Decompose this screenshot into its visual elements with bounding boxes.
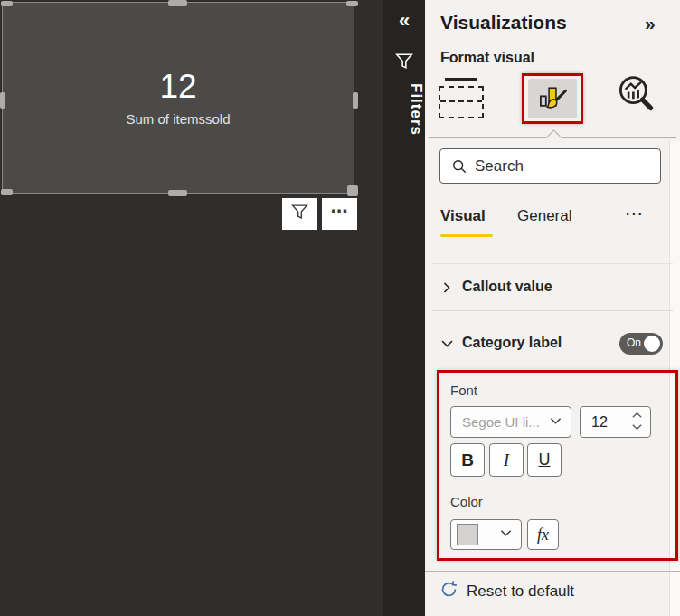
italic-button[interactable]: I — [489, 443, 524, 477]
build-visual-icon-bar — [445, 78, 477, 81]
build-visual-icon[interactable] — [439, 76, 484, 119]
conditional-formatting-fx-button[interactable]: fx — [527, 519, 559, 550]
powerbi-window: 12 Sum of itemssold ⋯ — [0, 0, 680, 616]
resize-handle-top-left[interactable] — [1, 1, 13, 6]
reset-undo-icon — [439, 580, 458, 602]
tabs-more-icon[interactable]: ⋯ — [625, 203, 644, 224]
font-family-value: Segoe UI li... — [462, 414, 549, 430]
tab-visual[interactable]: Visual — [440, 207, 486, 225]
format-search-box — [439, 148, 661, 184]
section-divider — [432, 310, 673, 311]
color-picker-dropdown[interactable] — [450, 519, 522, 550]
color-swatch — [457, 524, 478, 545]
tab-general[interactable]: General — [517, 207, 571, 225]
analytics-icon[interactable] — [617, 74, 655, 114]
ellipsis-icon: ⋯ — [331, 201, 349, 227]
resize-handle-bottom-center[interactable] — [168, 190, 187, 196]
collapse-pane-icon[interactable]: » — [645, 13, 656, 34]
resize-handle-top-center[interactable] — [168, 0, 187, 6]
toggle-state-label: On — [627, 336, 641, 349]
section-callout-value[interactable]: Callout value — [425, 272, 669, 305]
expand-filters-icon[interactable]: « — [383, 9, 425, 33]
search-icon — [451, 158, 468, 175]
underline-button[interactable]: U — [527, 443, 562, 477]
card-visual[interactable]: 12 Sum of itemssold — [2, 2, 354, 194]
funnel-icon — [290, 203, 309, 225]
font-family-dropdown[interactable]: Segoe UI li... — [450, 406, 571, 438]
callout-value: 12 — [159, 69, 196, 106]
active-tab-indicator — [440, 234, 493, 237]
visual-filter-button[interactable] — [282, 198, 317, 230]
resize-handle-mid-right[interactable] — [353, 92, 358, 109]
selected-icon-notch — [545, 129, 562, 146]
footer-divider — [425, 571, 680, 572]
toggle-knob — [644, 336, 660, 352]
category-label-toggle[interactable]: On — [619, 333, 663, 355]
bold-button[interactable]: B — [450, 443, 485, 477]
annotation-red-box-format-icon — [522, 73, 583, 124]
category-label-text: Sum of itemssold — [126, 111, 230, 127]
filters-funnel-icon[interactable] — [394, 52, 414, 75]
filters-pane-collapsed: « Filters — [383, 0, 425, 616]
pane-title: Visualizations — [440, 12, 567, 33]
font-size-field[interactable] — [591, 414, 628, 431]
resize-handle-bottom-right[interactable] — [347, 185, 358, 196]
build-visual-icon-box — [439, 86, 484, 118]
resize-handle-top-right[interactable] — [346, 1, 358, 6]
resize-handle-mid-left[interactable] — [0, 92, 5, 109]
font-group-label: Font — [450, 383, 477, 398]
format-visual-icon[interactable] — [528, 79, 577, 118]
font-size-input — [580, 406, 651, 438]
spinner-down-icon[interactable] — [631, 422, 643, 431]
visual-more-options-button[interactable]: ⋯ — [322, 198, 357, 230]
reset-to-default[interactable]: Reset to default — [439, 580, 574, 602]
resize-handle-bottom-left[interactable] — [1, 189, 13, 195]
section-divider — [432, 263, 673, 264]
filters-pane-title[interactable]: Filters — [383, 83, 425, 136]
search-input[interactable] — [475, 157, 675, 175]
chevron-down-icon — [439, 336, 455, 355]
section-label: Callout value — [462, 279, 552, 295]
spinner-up-icon[interactable] — [631, 411, 643, 420]
color-group-label: Color — [450, 494, 483, 509]
section-label: Category label — [462, 335, 562, 351]
reset-label: Reset to default — [467, 583, 574, 601]
visualizations-pane: Visualizations » Format visual — [425, 0, 680, 616]
report-canvas[interactable]: 12 Sum of itemssold ⋯ — [0, 0, 383, 616]
chevron-down-icon — [499, 526, 513, 543]
font-size-spinner[interactable] — [631, 411, 643, 431]
section-category-label[interactable]: Category label On — [425, 328, 669, 361]
chevron-right-icon — [439, 280, 454, 299]
pane-subtitle: Format visual — [440, 50, 534, 66]
visual-hover-actions: ⋯ — [282, 198, 357, 230]
chevron-down-icon — [549, 414, 562, 431]
